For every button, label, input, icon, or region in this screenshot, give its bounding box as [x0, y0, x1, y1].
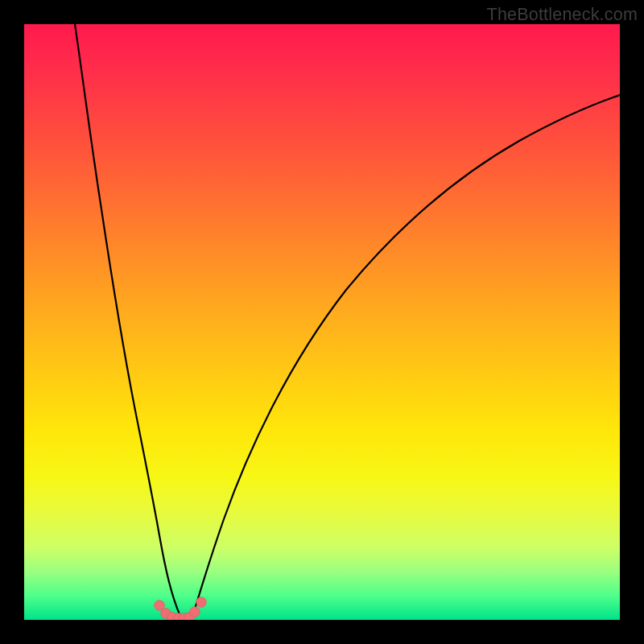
right-branch-path: [192, 95, 620, 617]
marker-dot: [190, 607, 200, 617]
bottleneck-curve: [24, 24, 620, 620]
marker-dot: [196, 597, 207, 608]
watermark-text: TheBottleneck.com: [487, 5, 638, 25]
chart-frame: [24, 24, 620, 620]
left-branch-path: [75, 24, 180, 617]
valley-markers: [155, 597, 207, 620]
